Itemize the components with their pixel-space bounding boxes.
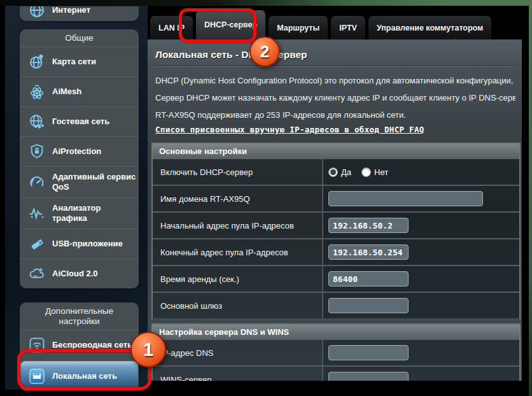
dhcp-enable-yes[interactable]: Да: [328, 167, 351, 177]
cloud-icon: [27, 264, 46, 283]
sidebar-item-label: AiCloud 2.0: [52, 269, 98, 279]
tab-dhcp-server[interactable]: DHCP-сервер: [196, 10, 265, 39]
table-row: Основной шлюз: [153, 292, 519, 318]
sidebar-panel-internet: Интернет: [20, 6, 139, 21]
aimesh-atom-icon: [27, 82, 46, 101]
screenshot-right-edge: [521, 6, 529, 396]
table-row: Время аренды (сек.): [153, 265, 519, 292]
dns-wins-table: Настройка сервера DNS и WINS IP-адрес DN…: [151, 323, 521, 381]
sidebar-item-label: Локальная сеть: [52, 371, 117, 381]
sidebar: Интернет Общие Карта сети: [20, 6, 139, 396]
sidebar-panel-general: Общие Карта сети: [20, 29, 139, 288]
sidebar-section-title: Общие: [20, 29, 139, 46]
sidebar-item-lan[interactable]: Локальная сеть: [20, 361, 138, 391]
page-title: Локальная сеть - DHCP-сервер: [155, 49, 515, 60]
field-label: Имя домена RT-AX95Q: [153, 186, 322, 211]
sidebar-panel-advanced: Дополнительные настройки Беспроводная се…: [20, 302, 139, 391]
table-row: Включить DHCP-сервер Да Нет: [153, 159, 519, 185]
basic-settings-table: Основные настройки Включить DHCP-сервер …: [151, 143, 521, 320]
pool-end-input[interactable]: [328, 244, 409, 260]
dns-ip-input[interactable]: [328, 345, 409, 360]
traffic-waveform-icon: [27, 204, 46, 223]
qos-gauge-icon: [27, 173, 46, 192]
tab-switch-control[interactable]: Управление коммутатором: [368, 16, 491, 39]
screenshot-right-border: [529, 0, 532, 396]
manual-assignment-faq-link[interactable]: Список присвоенных вручную IP-адресов в …: [155, 125, 424, 134]
shield-lock-icon: [27, 142, 46, 161]
radio-no-button[interactable]: [361, 167, 371, 177]
screenshot-top-edge: [0, 0, 532, 6]
tab-routes[interactable]: Маршруты: [269, 16, 328, 39]
lease-time-input[interactable]: [328, 271, 409, 286]
sidebar-item-usb-application[interactable]: USB-приложение: [20, 229, 139, 258]
guest-network-icon: [27, 112, 46, 131]
table-row: Начальный адрес пула IP-адресов: [153, 211, 519, 238]
field-label: Начальный адрес пула IP-адресов: [153, 213, 322, 238]
pool-start-input[interactable]: [328, 218, 409, 233]
table-row: Имя домена RT-AX95Q: [153, 185, 519, 211]
table-row: IP-адрес DNS: [153, 340, 519, 365]
radio-no-label: Нет: [374, 167, 388, 177]
table-row: WINS-сервер: [153, 365, 519, 381]
tab-iptv[interactable]: IPTV: [331, 16, 365, 39]
sidebar-item-aiprotection[interactable]: AiProtection: [20, 136, 139, 166]
default-gateway-input[interactable]: [328, 298, 409, 313]
sidebar-item-wireless[interactable]: Беспроводная сеть: [20, 330, 139, 360]
sidebar-item-traffic-analyzer[interactable]: Анализатор трафика: [20, 197, 139, 229]
sidebar-item-network-map[interactable]: Карта сети: [20, 46, 139, 76]
sidebar-item-label: Карта сети: [52, 57, 96, 67]
dns-wins-header: Настройка сервера DNS и WINS: [153, 325, 519, 340]
domain-name-input[interactable]: [328, 191, 483, 206]
description-line: Сервер DHCP может назначать каждому клие…: [155, 89, 515, 106]
sidebar-item-aimesh[interactable]: AiMesh: [20, 76, 139, 106]
title-divider: [155, 66, 515, 67]
field-label: Конечный адрес пула IP-адресов: [153, 239, 322, 265]
page-description: DHCP (Dynamic Host Configuration Protoco…: [155, 72, 515, 124]
sidebar-item-label: Интернет: [52, 6, 90, 15]
wireless-icon: [27, 336, 46, 355]
lan-port-icon: [27, 367, 46, 386]
dhcp-enable-radio-group: Да Нет: [328, 167, 398, 177]
sidebar-item-label: Анализатор трафика: [52, 203, 101, 223]
sidebar-item-label: Гостевая сеть: [52, 117, 109, 127]
field-label: WINS-сервер: [153, 367, 322, 381]
usb-drive-icon: [27, 234, 46, 253]
field-label: Включить DHCP-сервер: [153, 159, 322, 185]
sidebar-item-label: USB-приложение: [52, 239, 123, 249]
sidebar-item-label: AiMesh: [52, 87, 81, 97]
field-label: IP-адрес DNS: [153, 340, 322, 365]
sidebar-item-label: Беспроводная сеть: [52, 340, 132, 350]
dhcp-settings-page: Локальная сеть - DHCP-сервер DHCP (Dynam…: [148, 39, 522, 381]
description-line: RT-AX95Q поддерживает до 253 IP-адресов …: [155, 106, 515, 124]
field-label: Время аренды (сек.): [153, 266, 322, 292]
radio-yes-button[interactable]: [328, 167, 338, 177]
basic-settings-header: Основные настройки: [153, 144, 519, 159]
dhcp-enable-no[interactable]: Нет: [361, 167, 388, 177]
sidebar-section-title: Дополнительные настройки: [20, 302, 139, 330]
wins-server-input[interactable]: [328, 372, 409, 381]
sidebar-item-label: AiProtection: [52, 146, 101, 157]
sidebar-item-label: Адаптивный сервис QoS: [52, 172, 136, 192]
radio-yes-label: Да: [341, 167, 351, 177]
table-row: Конечный адрес пула IP-адресов: [153, 238, 519, 265]
description-line: DHCP (Dynamic Host Configuration Protoco…: [155, 72, 515, 89]
sidebar-item-guest-network[interactable]: Гостевая сеть: [20, 106, 139, 136]
tab-lan-ip[interactable]: LAN IP: [150, 16, 193, 39]
sidebar-item-adaptive-qos[interactable]: Адаптивный сервис QoS: [20, 166, 139, 197]
globe-icon: [27, 6, 46, 20]
lan-tabs: LAN IP DHCP-сервер Маршруты IPTV Управле…: [150, 9, 491, 39]
field-label: Основной шлюз: [153, 293, 322, 318]
network-map-icon: [27, 52, 46, 71]
sidebar-item-aicloud[interactable]: AiCloud 2.0: [20, 258, 139, 288]
sidebar-item-internet[interactable]: Интернет: [20, 6, 139, 21]
